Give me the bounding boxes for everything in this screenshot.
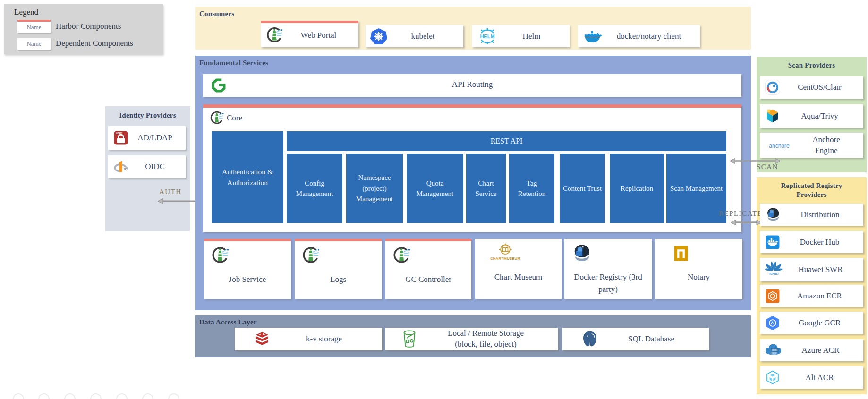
legend-title: Legend — [14, 8, 38, 17]
consumer-docker-notary-client: docker/notary client — [578, 25, 700, 47]
service-label: Chart Museum — [475, 271, 562, 283]
redis-icon — [254, 331, 271, 347]
core-module-scan-management: Scan Management — [666, 154, 726, 223]
postgresql-icon — [581, 330, 598, 348]
service-logs: Logs — [295, 239, 382, 299]
rest-api-bar: REST API — [287, 131, 726, 151]
identity-providers-title: Identity Providers — [105, 111, 190, 119]
azure-acr-icon — [765, 342, 783, 358]
trivy-icon — [765, 108, 781, 124]
legend-harbor-label: Harbor Components — [56, 22, 121, 31]
notary-icon — [673, 245, 689, 263]
registry-provider-label: Distribution — [782, 210, 859, 220]
registry-amazon-ecr: Amazon ECR — [760, 285, 863, 307]
consumer-helm: HELM Helm — [472, 25, 570, 47]
storage-label: Local / Remote Storage (block, file, obj… — [418, 328, 553, 350]
harbor-architecture-diagram: Legend Name Harbor Components Name Depen… — [0, 0, 868, 399]
registry-distribution: Distribution — [760, 204, 863, 226]
replicated-registry-providers-title: Replicated Registry Providers — [766, 181, 857, 199]
service-notary: Notary — [655, 239, 742, 299]
svg-text:CHARTMUSEUM: CHARTMUSEUM — [490, 256, 520, 261]
registry-ali-acr: Ali ACR — [760, 366, 863, 389]
decorative-circle — [13, 393, 24, 399]
scan-provider-label: CentOS/Clair — [781, 83, 859, 92]
service-job-service: Job Service — [204, 239, 291, 299]
ali-acr-icon — [765, 370, 781, 386]
service-label: Notary — [655, 271, 742, 283]
legend-panel: Legend Name Harbor Components Name Depen… — [4, 4, 163, 54]
storage-local-remote: Local / Remote Storage (block, file, obj… — [385, 328, 558, 350]
docker-registry-icon — [571, 243, 593, 264]
scan-provider-anchore: anchore Anchore Engine — [760, 133, 863, 158]
openid-icon — [113, 159, 129, 175]
scan-provider-label: Aqua/Trivy — [781, 111, 859, 121]
auth-authorization-box: Authentication & Authorization — [212, 131, 283, 223]
amazon-ecr-icon — [765, 288, 781, 304]
service-label: Logs — [295, 273, 382, 286]
scan-provider-label: Anchore Engine — [794, 135, 859, 155]
registry-provider-label: Huawei SWR — [783, 265, 859, 274]
registry-provider-label: Docker Hub — [781, 238, 859, 247]
service-label: GC Controller — [385, 273, 471, 286]
harbor-icon — [392, 246, 411, 265]
core-module-namespace-management: Namespace (project) Management — [346, 154, 403, 223]
anchore-icon: anchore — [765, 141, 794, 150]
docker-icon — [583, 28, 603, 44]
decorative-circle — [64, 393, 76, 399]
registry-provider-label: Amazon ECR — [781, 291, 859, 301]
chartmuseum-icon: CHARTMUSEUM — [482, 243, 529, 265]
identity-provider-label: OIDC — [129, 162, 181, 171]
harbor-icon — [301, 246, 320, 265]
core-module-chart-service: Chart Service — [466, 154, 506, 223]
storage-label: SQL Database — [598, 334, 704, 344]
replicate-arrow — [731, 219, 762, 226]
clair-icon — [765, 79, 781, 95]
scan-providers-title: Scan Providers — [757, 61, 867, 69]
decorative-circle — [116, 393, 128, 399]
dockerhub-icon — [765, 234, 781, 250]
core-label: Core — [227, 113, 242, 123]
storage-sql-database: SQL Database — [562, 328, 709, 350]
distribution-icon — [765, 206, 782, 223]
consumer-label: kubelet — [387, 32, 459, 41]
decorative-circle — [168, 393, 179, 399]
consumers-title: Consumers — [199, 10, 234, 18]
api-routing-box: API Routing — [203, 74, 741, 97]
core-module-content-trust: Content Trust — [560, 154, 605, 223]
scan-provider-trivy: Aqua/Trivy — [760, 104, 863, 128]
fundamental-services-title: Fundamental Services — [199, 59, 268, 67]
registry-docker-hub: Docker Hub — [760, 231, 863, 253]
huawei-icon: HUAWEI — [765, 261, 783, 278]
consumer-web-portal: Web Portal — [261, 21, 358, 47]
identity-provider-label: AD/LDAP — [129, 133, 181, 143]
harbor-icon — [209, 110, 224, 126]
service-label: Docker Registry (3rd party) — [564, 271, 652, 296]
scan-arrow — [730, 158, 781, 164]
registry-provider-label: Google GCR — [781, 318, 859, 328]
registry-google-gcr: Google GCR — [760, 312, 863, 334]
core-module-tag-retention: Tag Retention — [509, 154, 554, 223]
consumer-label: Helm — [498, 32, 565, 41]
core-module-config-management: Config Management — [287, 154, 342, 223]
core-module-replication: Replication — [610, 154, 664, 223]
storage-bucket-icon — [400, 329, 418, 349]
harbor-icon — [211, 246, 230, 265]
ldap-icon: LDAP — [113, 130, 129, 146]
registry-provider-label: Ali ACR — [781, 373, 859, 382]
chartmuseum-logo-text-1: CHART — [490, 256, 503, 261]
consumer-label: docker/notary client — [603, 32, 695, 41]
decorative-circle — [38, 393, 50, 399]
api-routing-label: API Routing — [203, 80, 741, 89]
anchore-logo-text: anchore — [769, 142, 790, 149]
legend-dependent-sample-box: Name — [17, 38, 51, 50]
replicate-arrow-label: REPLICATE — [719, 210, 763, 218]
identity-oidc: OIDC — [108, 155, 186, 178]
service-chart-museum: CHARTMUSEUM Chart Museum — [475, 239, 562, 299]
legend-sample-text: Name — [26, 24, 41, 31]
google-gcr-icon — [765, 315, 781, 331]
registry-azure-acr: Azure ACR — [760, 339, 863, 361]
core-module-quota-management: Quota Management — [407, 154, 463, 223]
auth-arrow-label: AUTH — [159, 188, 182, 196]
decorative-circle — [90, 393, 102, 399]
service-gc-controller: GC Controller — [385, 239, 471, 299]
